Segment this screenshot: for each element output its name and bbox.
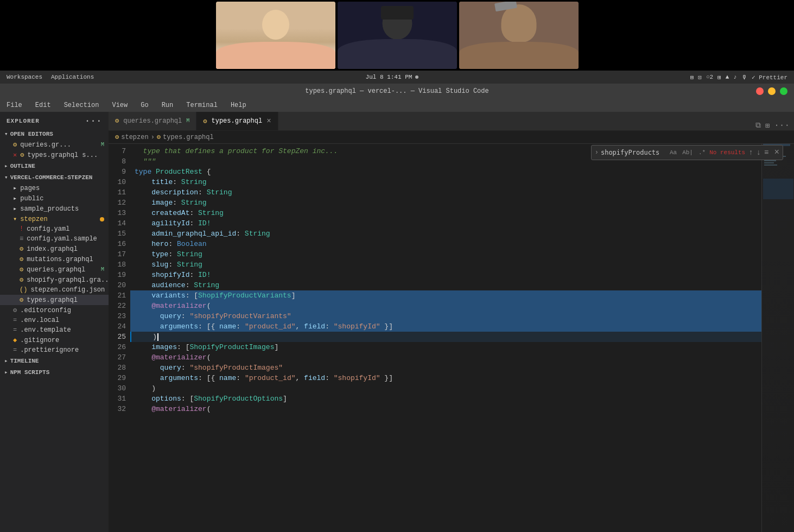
tab-label-2: types.graphql — [212, 117, 263, 125]
more-actions-icon[interactable]: ··· — [774, 121, 790, 130]
type-string-20: String — [194, 280, 219, 290]
sidebar-item-sample-products[interactable]: ▸ sample_products — [0, 204, 109, 214]
search-case-sensitive[interactable]: Aa — [668, 149, 678, 156]
npm-scripts-header[interactable]: ▸ NPM SCRIPTS — [0, 366, 109, 378]
comment-8: """ — [135, 156, 156, 167]
menu-terminal[interactable]: Terminal — [184, 100, 220, 110]
type-string-13: String — [198, 208, 224, 218]
sidebar: EXPLORER ··· ▾ OPEN EDITORS ⚙ queries.gr… — [0, 112, 109, 532]
open-editor-queries[interactable]: ⚙ queries.gr... M — [0, 140, 109, 150]
applications-menu[interactable]: Applications — [51, 74, 94, 80]
type-boolean-16: Boolean — [177, 239, 207, 249]
sidebar-item-prettierignore[interactable]: = .prettierignore — [0, 345, 109, 355]
eq-icon-2: = — [13, 326, 17, 334]
outline-header[interactable]: ▸ OUTLINE — [0, 160, 109, 172]
search-prev-button[interactable]: ↑ — [747, 148, 754, 157]
window-minimize-button[interactable] — [768, 87, 776, 95]
video-person-1 — [216, 2, 335, 69]
param-query-23: query — [160, 311, 181, 321]
search-close-button[interactable]: × — [774, 148, 779, 157]
sidebar-item-env-template[interactable]: = .env.template — [0, 325, 109, 335]
split-editor-icon[interactable]: ⧉ — [755, 121, 761, 130]
field-audience: audience — [151, 280, 185, 290]
line-num-29: 29 — [109, 373, 126, 383]
line-num-12: 12 — [109, 198, 126, 208]
window-maximize-button[interactable] — [780, 87, 787, 95]
indent-29 — [135, 373, 160, 383]
open-editor-types[interactable]: ✕ ⚙ types.graphql s... — [0, 150, 109, 160]
bracket-26: ] — [274, 342, 278, 352]
open-editors-header[interactable]: ▾ OPEN EDITORS — [0, 128, 109, 140]
sidebar-item-pages[interactable]: ▸ pages — [0, 183, 109, 193]
sidebar-item-public[interactable]: ▸ public — [0, 193, 109, 204]
code-line-18: slug : String — [130, 259, 761, 270]
mic-icon: 🎙 — [741, 74, 747, 81]
tab-types-graphql[interactable]: ⚙ types.graphql × — [196, 112, 278, 130]
field-slug: slug — [151, 259, 168, 270]
sidebar-item-types-graphql[interactable]: ⚙ types.graphql — [0, 295, 109, 305]
indent-15 — [135, 229, 151, 239]
breadcrumb-stepzen[interactable]: ⚙ stepzen — [115, 133, 149, 141]
open-editor-types-name: types.graphql s... — [27, 151, 98, 159]
explorer-more-icon[interactable]: ··· — [85, 116, 102, 126]
workspaces-menu[interactable]: Workspaces — [7, 74, 42, 80]
vscode-main: EXPLORER ··· ▾ OPEN EDITORS ⚙ queries.gr… — [0, 112, 794, 532]
tab-queries-graphql[interactable]: ⚙ queries.graphql M — [109, 112, 196, 130]
code-line-11: description : String — [130, 187, 761, 198]
tab-label-1: queries.graphql — [123, 117, 182, 125]
code-content[interactable]: type that defines a product for StepZen … — [130, 144, 761, 532]
colon-name-29: : — [236, 373, 245, 383]
colon-16: : — [168, 239, 177, 249]
search-navigation: ↑ ↓ ≡ — [747, 148, 770, 157]
param-field-24: field — [304, 321, 325, 332]
line-num-10: 10 — [109, 177, 126, 187]
menu-view[interactable]: View — [110, 100, 130, 110]
search-next-button[interactable]: ↓ — [755, 148, 762, 157]
type-string-11: String — [207, 187, 232, 198]
field-hero: hero — [151, 239, 168, 249]
breadcrumb: ⚙ stepzen › ⚙ types.graphql — [109, 131, 794, 144]
menu-edit[interactable]: Edit — [33, 100, 53, 110]
video-tile-1 — [216, 2, 335, 69]
sidebar-item-mutations[interactable]: ⚙ mutations.graphql — [0, 254, 109, 264]
window-close-button[interactable] — [756, 87, 764, 95]
menu-selection[interactable]: Selection — [62, 100, 101, 110]
stepzen-modified-dot — [100, 217, 104, 221]
sidebar-item-stepzen-config-json[interactable]: () stepzen.config.json — [0, 285, 109, 295]
tab-close-button[interactable]: × — [266, 117, 271, 125]
line-num-17: 17 — [109, 249, 126, 259]
colon-15: : — [236, 229, 245, 239]
sys-icon-1: ⊞ — [690, 74, 694, 81]
search-regex[interactable]: .* — [697, 149, 707, 156]
stepzen-config-json-label: stepzen.config.json — [30, 286, 105, 294]
menu-help[interactable]: Help — [228, 100, 249, 110]
menu-go[interactable]: Go — [138, 100, 150, 110]
search-list-button[interactable]: ≡ — [763, 148, 770, 157]
sidebar-item-editorconfig[interactable]: ⚙ .editorconfig — [0, 305, 109, 315]
search-whole-word[interactable]: Ab| — [681, 149, 695, 156]
timeline-header[interactable]: ▸ TIMELINE — [0, 355, 109, 366]
code-editor[interactable]: 7 8 9 10 11 12 13 14 15 16 17 18 19 20 2… — [109, 144, 794, 532]
menu-file[interactable]: File — [4, 100, 24, 110]
sidebar-item-queries[interactable]: ⚙ queries.graphql M — [0, 264, 109, 275]
breadcrumb-types-graphql[interactable]: ⚙ types.graphql — [157, 133, 214, 141]
colon-21: : [ — [186, 290, 198, 301]
search-input[interactable] — [601, 149, 666, 156]
indent-20 — [135, 280, 151, 290]
indent-18 — [135, 259, 151, 270]
sidebar-item-gitignore[interactable]: ◆ .gitignore — [0, 335, 109, 345]
toggle-layout-icon[interactable]: ⊞ — [765, 121, 770, 130]
gitignore-label: .gitignore — [20, 337, 59, 344]
code-line-20: audience : String — [130, 280, 761, 290]
sidebar-item-stepzen[interactable]: ▾ stepzen — [0, 214, 109, 224]
project-header[interactable]: ▾ VERCEL-COMMERCE-STEPZEN — [0, 172, 109, 183]
menu-run[interactable]: Run — [160, 100, 176, 110]
sidebar-item-index-graphql[interactable]: ⚙ index.graphql — [0, 244, 109, 254]
tab-icon-2: ⚙ — [203, 117, 207, 125]
chevron-right-timeline: ▸ — [4, 357, 8, 364]
indent-32 — [135, 404, 151, 414]
sidebar-item-config-sample[interactable]: ≡ config.yaml.sample — [0, 234, 109, 244]
sidebar-item-env-local[interactable]: = .env.local — [0, 315, 109, 325]
sidebar-item-shopify-graphql[interactable]: ⚙ shopify-graphql.gra... — [0, 275, 109, 285]
sidebar-item-config-yaml[interactable]: ! config.yaml — [0, 224, 109, 234]
